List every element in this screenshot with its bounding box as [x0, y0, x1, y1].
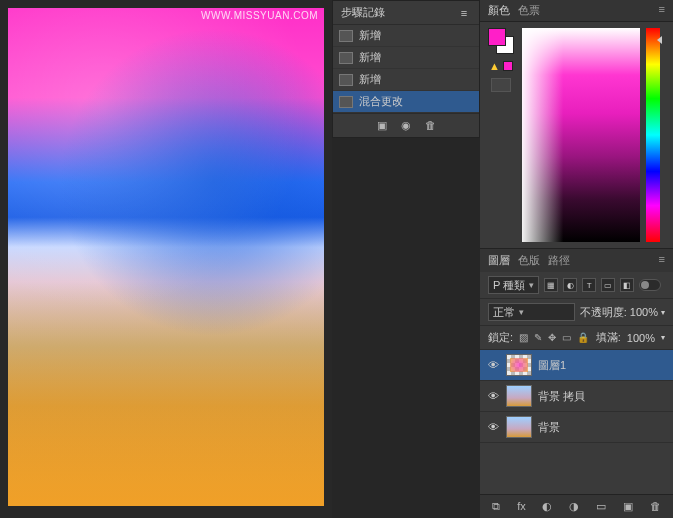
panel-menu-icon[interactable]: ≡: [659, 253, 665, 268]
layer-row[interactable]: 👁 背景 拷貝: [480, 381, 673, 412]
lock-transparency-icon[interactable]: ▨: [519, 332, 528, 343]
layer-kind-dropdown[interactable]: P 種類: [488, 276, 539, 294]
lock-paint-icon[interactable]: ✎: [534, 332, 542, 343]
filter-toggle[interactable]: [639, 279, 661, 291]
watermark-text: WWW.MISSYUAN.COM: [201, 10, 318, 21]
history-item[interactable]: 新增: [333, 47, 479, 69]
history-item-label: 新增: [359, 28, 381, 43]
filter-smart-icon[interactable]: ◧: [620, 278, 634, 292]
history-item-label: 新增: [359, 72, 381, 87]
layer-name[interactable]: 圖層1: [538, 358, 566, 373]
layer-name[interactable]: 背景 拷貝: [538, 389, 585, 404]
tab-channels[interactable]: 色版: [518, 253, 540, 268]
blend-mode-dropdown[interactable]: 正常: [488, 303, 575, 321]
blend-opacity-row: 正常 不透明度: 100%▾: [480, 299, 673, 326]
chevron-down-icon[interactable]: ▾: [661, 308, 665, 317]
filter-shape-icon[interactable]: ▭: [601, 278, 615, 292]
history-item-label: 混合更改: [359, 94, 403, 109]
color-mode-icon[interactable]: [491, 78, 511, 92]
layer-icon: [339, 30, 353, 42]
chevron-down-icon[interactable]: ▾: [661, 333, 665, 342]
group-icon[interactable]: ▭: [596, 500, 606, 513]
swatch-column: ▲: [486, 28, 516, 242]
filter-adjust-icon[interactable]: ◐: [563, 278, 577, 292]
fill-value[interactable]: 100%: [627, 332, 655, 344]
tab-swatches[interactable]: 色票: [518, 3, 540, 18]
layer-icon: [339, 74, 353, 86]
dropdown-label: 正常: [493, 305, 515, 320]
color-field[interactable]: [522, 28, 640, 242]
lock-artboard-icon[interactable]: ▭: [562, 332, 571, 343]
layer-filter-row: P 種類 ▦ ◐ T ▭ ◧: [480, 272, 673, 299]
mask-icon[interactable]: ◐: [542, 500, 552, 513]
layers-panel-tabs: 圖層 色版 路徑 ≡: [480, 249, 673, 272]
snapshot-icon[interactable]: ◉: [401, 119, 411, 132]
layer-name[interactable]: 背景: [538, 420, 560, 435]
layer-icon: [339, 52, 353, 64]
visibility-eye-icon[interactable]: 👁: [486, 359, 500, 371]
lock-fill-row: 鎖定: ▨ ✎ ✥ ▭ 🔒 填滿: 100%▾: [480, 326, 673, 350]
color-panel-tabs: 顏色 色票 ≡: [480, 0, 673, 22]
tab-color[interactable]: 顏色: [488, 3, 510, 18]
lock-position-icon[interactable]: ✥: [548, 332, 556, 343]
dropdown-label: P 種類: [493, 278, 525, 293]
right-panel-column: 顏色 色票 ≡ ▲ 圖層 色版 路徑 ≡ P 種類: [480, 0, 673, 518]
gamut-warning[interactable]: ▲: [489, 60, 513, 72]
gamut-color-box: [503, 61, 513, 71]
adjustment-icon[interactable]: ◑: [569, 500, 579, 513]
visibility-eye-icon[interactable]: 👁: [486, 390, 500, 402]
trash-icon[interactable]: 🗑: [650, 500, 661, 513]
hue-slider[interactable]: [646, 28, 660, 242]
history-item-label: 新增: [359, 50, 381, 65]
document-canvas[interactable]: WWW.MISSYUAN.COM: [8, 8, 324, 506]
fx-icon[interactable]: fx: [517, 500, 526, 513]
layer-icon: [339, 96, 353, 108]
layer-thumbnail[interactable]: [506, 416, 532, 438]
lock-label: 鎖定:: [488, 330, 513, 345]
opacity-label: 不透明度:: [580, 305, 627, 320]
history-list: 新增 新增 新增 混合更改: [333, 25, 479, 113]
tab-layers[interactable]: 圖層: [488, 253, 510, 268]
color-panel-body: ▲: [480, 22, 673, 248]
create-document-icon[interactable]: ▣: [377, 119, 387, 132]
trash-icon[interactable]: 🗑: [425, 119, 436, 132]
layer-thumbnail[interactable]: [506, 385, 532, 407]
layer-row[interactable]: 👁 背景: [480, 412, 673, 443]
lock-all-icon[interactable]: 🔒: [577, 332, 589, 343]
layer-thumbnail[interactable]: [506, 354, 532, 376]
new-layer-icon[interactable]: ▣: [623, 500, 633, 513]
filter-type-icon[interactable]: T: [582, 278, 596, 292]
history-footer: ▣ ◉ 🗑: [333, 113, 479, 137]
history-panel-header: 步驟記錄 ≡: [333, 1, 479, 25]
foreground-background-swatch[interactable]: [488, 28, 514, 54]
foreground-color-swatch[interactable]: [488, 28, 506, 46]
history-panel: 步驟記錄 ≡ 新增 新增 新增 混合更改 ▣ ◉ 🗑: [332, 0, 480, 138]
visibility-eye-icon[interactable]: 👁: [486, 421, 500, 433]
layers-footer: ⧉ fx ◐ ◑ ▭ ▣ 🗑: [480, 494, 673, 518]
history-item-active[interactable]: 混合更改: [333, 91, 479, 113]
panel-menu-icon[interactable]: ≡: [659, 3, 665, 18]
fill-label: 填滿:: [596, 330, 621, 345]
history-item[interactable]: 新增: [333, 25, 479, 47]
layer-list: 👁 圖層1 👁 背景 拷貝 👁 背景: [480, 350, 673, 494]
history-item[interactable]: 新增: [333, 69, 479, 91]
layer-row-selected[interactable]: 👁 圖層1: [480, 350, 673, 381]
warning-triangle-icon: ▲: [489, 60, 500, 72]
filter-image-icon[interactable]: ▦: [544, 278, 558, 292]
hue-slider-pointer: [657, 36, 662, 44]
layers-panel: 圖層 色版 路徑 ≡ P 種類 ▦ ◐ T ▭ ◧ 正常 不透明度: 100%▾…: [480, 248, 673, 518]
link-layers-icon[interactable]: ⧉: [492, 500, 500, 513]
panel-menu-icon[interactable]: ≡: [457, 7, 471, 19]
opacity-value[interactable]: 100%: [630, 306, 658, 318]
canvas-area: WWW.MISSYUAN.COM: [0, 0, 332, 518]
history-panel-title: 步驟記錄: [341, 5, 385, 20]
tab-paths[interactable]: 路徑: [548, 253, 570, 268]
